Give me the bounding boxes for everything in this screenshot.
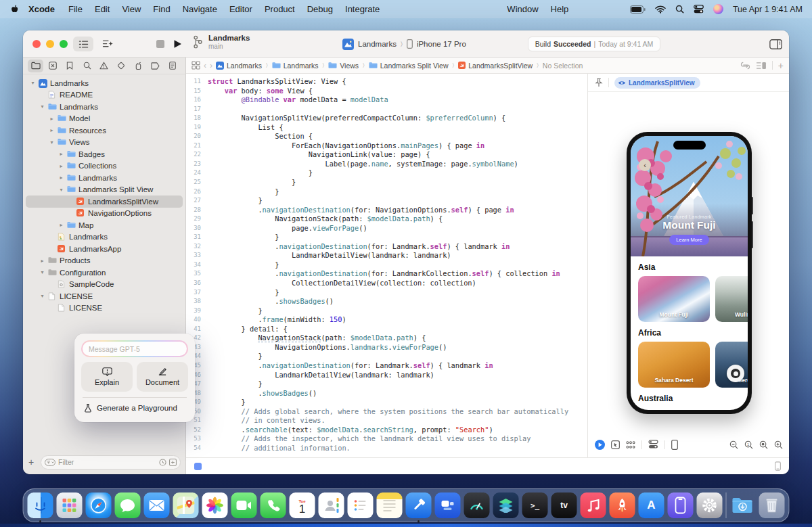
line-number[interactable]: 41 — [186, 325, 204, 334]
breadcrumb-landmarks-split-view[interactable]: Landmarks Split View — [369, 62, 449, 70]
line-number[interactable]: 22 — [186, 150, 204, 160]
document-button[interactable]: Document — [137, 362, 188, 392]
inspector-toggle-button[interactable] — [766, 37, 785, 51]
line-number[interactable]: 19 — [186, 123, 204, 133]
menu-navigate[interactable]: Navigate — [177, 4, 223, 14]
code-line[interactable]: 26 } — [186, 187, 587, 197]
ai-assistant-button[interactable] — [97, 37, 118, 51]
stop-button[interactable] — [153, 37, 168, 51]
dock-phone-icon[interactable] — [261, 492, 286, 518]
disclosure-open[interactable]: ▾ — [39, 293, 45, 299]
code-line[interactable]: 53 // Adds the inspector, which the land… — [186, 434, 587, 444]
landmark-card-mount-fuji[interactable]: Mount Fuji — [638, 276, 710, 322]
line-number[interactable]: 24 — [186, 168, 204, 178]
code-line[interactable]: 31 } — [186, 233, 587, 242]
dock-trash-icon[interactable] — [759, 492, 785, 518]
menu-debug[interactable]: Debug — [301, 4, 339, 14]
code-line[interactable]: 19 List { — [186, 123, 587, 133]
code-line[interactable]: 30 page.viewForPage() — [186, 224, 587, 233]
line-number[interactable]: 26 — [186, 187, 204, 197]
navigator-toggle-button[interactable] — [73, 37, 93, 51]
dock-appletv-icon[interactable]: tv — [551, 492, 577, 518]
code-line[interactable]: 15 var body: some View { — [186, 87, 587, 96]
tree-item-collections[interactable]: ▸Collections — [23, 160, 185, 173]
navigator-tab-source-control[interactable] — [45, 60, 60, 72]
line-number[interactable]: 21 — [186, 141, 204, 151]
menu-editor[interactable]: Editor — [223, 4, 258, 14]
scm-filter-icon[interactable] — [169, 459, 177, 466]
tree-item-configuration[interactable]: ▾Configuration — [23, 267, 185, 279]
dock-notes-icon[interactable] — [377, 492, 403, 518]
code-line[interactable]: 47 } — [186, 380, 587, 389]
recent-files-icon[interactable] — [159, 459, 166, 466]
scheme-selector[interactable]: Landmarks 〉 iPhone 17 Pro — [342, 37, 466, 51]
disclosure-open[interactable]: ▾ — [30, 80, 36, 86]
disclosure-closed[interactable]: ▸ — [58, 163, 64, 169]
code-line[interactable]: 21 ForEach(NavigationOptions.mainPages) … — [186, 141, 587, 151]
code-line[interactable]: 25 } — [186, 178, 587, 187]
filter-input[interactable] — [58, 458, 156, 466]
tree-item-samplecode[interactable]: SampleCode — [23, 279, 185, 291]
dock-freeform-icon[interactable] — [435, 492, 461, 518]
disclosure-closed[interactable]: ▸ — [49, 127, 55, 133]
code-line[interactable]: 41 } detail: { — [186, 325, 587, 334]
line-number[interactable]: 11 — [186, 77, 204, 87]
menu-bar-clock[interactable]: Tue Apr 1 9:41 AM — [733, 5, 803, 14]
breadcrumb-no-selection[interactable]: No Selection — [543, 62, 583, 70]
dock-terminal-icon[interactable]: >_ — [522, 492, 548, 518]
line-number[interactable]: 53 — [186, 434, 204, 444]
preview-device-icon[interactable] — [775, 461, 781, 471]
disclosure-open[interactable]: ▾ — [49, 139, 55, 145]
landmark-card-sahara-desert[interactable]: Sahara Desert — [638, 342, 710, 388]
navigator-tab-breakpoints[interactable] — [148, 60, 163, 72]
tree-item-license[interactable]: LICENSE — [23, 302, 185, 315]
code-line[interactable]: 35 .navigationDestination(for: LandmarkC… — [186, 269, 587, 279]
dock-layers-icon[interactable] — [493, 492, 519, 518]
line-number[interactable]: 52 — [186, 426, 204, 435]
line-number[interactable]: 28 — [186, 206, 204, 215]
code-line[interactable]: 28 .navigationDestination(for: Navigatio… — [186, 206, 587, 215]
dock-settings-icon[interactable] — [697, 492, 723, 518]
breadcrumb-landmarks[interactable]: Landmarks — [216, 62, 262, 70]
code-line[interactable]: 27 } — [186, 196, 587, 206]
menu-help[interactable]: Help — [545, 4, 575, 14]
line-number[interactable]: 20 — [186, 132, 204, 141]
learn-more-button[interactable]: Learn More — [669, 235, 708, 245]
disclosure-open[interactable]: ▾ — [39, 104, 45, 110]
code-line[interactable]: 22 NavigationLink(value: page) { — [186, 150, 587, 160]
tree-item-navigationoptions[interactable]: NavigationOptions — [23, 208, 185, 220]
menu-product[interactable]: Product — [258, 4, 301, 14]
line-number[interactable]: 23 — [186, 160, 204, 169]
preview-screen[interactable]: ‹ Featured Landmark Mount Fuji Learn Mor… — [631, 136, 748, 410]
close-window-button[interactable] — [32, 40, 41, 48]
project-status[interactable]: Landmarks main — [192, 34, 250, 50]
zoom-fit-button[interactable] — [759, 440, 768, 449]
tree-item-landmarks-split-view[interactable]: ▾Landmarks Split View — [23, 184, 185, 196]
tree-item-readme[interactable]: README — [23, 89, 185, 101]
code-line[interactable]: 52 .searchable(text: $modelData.searchSt… — [186, 426, 587, 435]
source-editor[interactable]: 11struct LandmarksSplitView: View {15 va… — [186, 74, 587, 457]
tree-item-landmarksapp[interactable]: LandmarksApp — [23, 243, 185, 255]
code-line[interactable]: 33 LandmarkDetailView(landmark: landmark… — [186, 251, 587, 260]
editor-options-icon[interactable] — [756, 62, 767, 70]
live-preview-button[interactable] — [595, 440, 605, 450]
featured-landmark-hero[interactable]: ‹ Featured Landmark Mount Fuji Learn Mor… — [631, 136, 748, 256]
menu-integrate[interactable]: Integrate — [339, 4, 386, 14]
preview-back-button[interactable]: ‹ — [639, 159, 651, 171]
breadcrumb-landmarks[interactable]: Landmarks — [272, 62, 319, 70]
code-line[interactable]: 32 .navigationDestination(for: Landmark.… — [186, 242, 587, 252]
related-items-icon[interactable] — [191, 61, 200, 70]
tree-item-license[interactable]: ▾LICENSE — [23, 290, 185, 302]
code-line[interactable]: 34 } — [186, 260, 587, 270]
line-number[interactable]: 37 — [186, 288, 204, 298]
navigator-tab-find[interactable] — [79, 60, 95, 72]
code-line[interactable]: 50 // Adds global search, where the syst… — [186, 407, 587, 417]
dock-finder-icon[interactable] — [28, 492, 53, 518]
tree-item-views[interactable]: ▾Views — [23, 137, 185, 149]
filter-field[interactable] — [41, 455, 181, 469]
dock-calendar-icon[interactable]: Tue1 — [290, 492, 315, 518]
menu-find[interactable]: Find — [147, 4, 176, 14]
menu-view[interactable]: View — [116, 4, 147, 14]
line-number[interactable]: 29 — [186, 214, 204, 224]
preview-target-pill[interactable]: LandmarksSplitView — [614, 77, 700, 89]
